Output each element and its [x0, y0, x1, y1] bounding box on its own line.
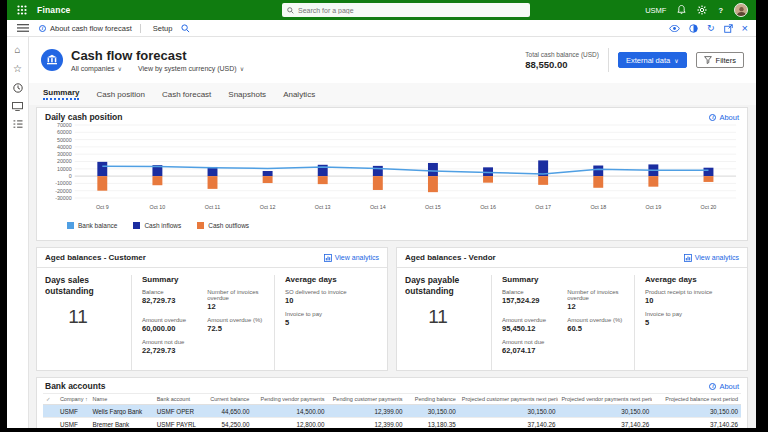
- table-cell: 12,399.00: [327, 408, 405, 415]
- tab-cash-position[interactable]: Cash position: [96, 90, 144, 99]
- metric: Amount overdue (%)60.5: [567, 317, 624, 333]
- table-cell: 30,150.00: [652, 408, 741, 415]
- metric-value: 10: [285, 296, 379, 305]
- sidebar-workspaces-icon[interactable]: [12, 102, 23, 111]
- tab-analytics[interactable]: Analytics: [283, 90, 315, 99]
- svg-text:60000: 60000: [57, 129, 72, 135]
- metric-label: Amount not due: [502, 339, 567, 345]
- metric-label: Amount overdue (%): [567, 317, 624, 323]
- close-icon[interactable]: ×: [742, 24, 748, 33]
- company-scope-dropdown[interactable]: All companies∨: [71, 65, 122, 72]
- column-header-name[interactable]: Name: [90, 396, 154, 402]
- tab-summary[interactable]: Summary: [43, 88, 79, 100]
- about-cash-flow-forecast-link[interactable]: About cash flow forecast: [50, 24, 132, 33]
- table-cell: USMF: [57, 421, 90, 428]
- bank-icon: [41, 49, 63, 71]
- global-search-box[interactable]: [282, 3, 530, 17]
- external-data-button[interactable]: External data∨: [618, 52, 687, 68]
- metric-label: Balance: [142, 289, 207, 295]
- column-header-projected-balance-next-period[interactable]: Projected balance next period: [652, 396, 741, 402]
- metric-value: 22,729.73: [142, 346, 207, 355]
- svg-text:Oct 15: Oct 15: [425, 204, 441, 210]
- column-header-projected-vendor-payments-next-period[interactable]: Projected vendor payments next period: [558, 396, 652, 402]
- filters-button[interactable]: Filters: [696, 52, 744, 68]
- table-cell: 12,800.00: [252, 421, 327, 428]
- svg-text:Oct 11: Oct 11: [205, 204, 220, 210]
- tab-snapshots[interactable]: Snapshots: [228, 90, 266, 99]
- total-cash-balance-value: 88,550.00: [525, 59, 599, 70]
- bank-accounts-about-link[interactable]: iAbout: [709, 382, 739, 391]
- company-badge[interactable]: USMF: [645, 6, 666, 15]
- metric-value: 10: [645, 296, 739, 305]
- kpi-column: Days sales outstanding11: [45, 275, 131, 370]
- metric-value: 62,074.17: [502, 346, 567, 355]
- svg-text:Oct 18: Oct 18: [590, 204, 606, 210]
- legend-item-cash-inflows[interactable]: Cash inflows: [133, 222, 181, 229]
- page-title: Cash flow forecast: [71, 49, 244, 63]
- metric: Number of invoices overdue12: [207, 289, 264, 311]
- svg-text:Oct 16: Oct 16: [480, 204, 496, 210]
- search-icon: [287, 7, 294, 14]
- select-all-checkbox[interactable]: ✓: [43, 396, 57, 402]
- legend-item-bank-balance[interactable]: Bank balance: [67, 222, 117, 229]
- metric-value: 5: [645, 318, 739, 327]
- help-icon[interactable]: ?: [718, 6, 723, 15]
- refresh-icon[interactable]: ↻: [707, 24, 715, 33]
- metric: Amount not due62,074.17: [502, 339, 567, 355]
- svg-text:50000: 50000: [57, 137, 72, 143]
- view-analytics-link[interactable]: View analytics: [324, 254, 379, 262]
- metric-label: Number of invoices overdue: [207, 289, 264, 301]
- sidebar-favorites-star-icon[interactable]: ☆: [13, 64, 22, 74]
- column-header-pending-balance[interactable]: Pending balance: [405, 396, 458, 402]
- svg-text:Oct 20: Oct 20: [701, 204, 717, 210]
- table-row[interactable]: USMFBremer BankUSMF PAYRL54,250.0012,800…: [43, 418, 741, 428]
- hamburger-menu-icon[interactable]: [17, 24, 29, 32]
- setup-link[interactable]: Setup: [153, 24, 173, 33]
- table-cell: 30,150.00: [558, 408, 652, 415]
- metric-value: 95,450.12: [502, 324, 567, 333]
- top-navigation-bar: Finance USMF ?: [7, 0, 756, 20]
- view-analytics-link[interactable]: View analytics: [684, 254, 739, 262]
- table-cell: 30,150.00: [405, 408, 458, 415]
- sidebar-home-icon[interactable]: ⌂: [14, 45, 20, 55]
- svg-text:Oct 19: Oct 19: [646, 204, 662, 210]
- column-header-company[interactable]: Company ↑: [57, 396, 90, 402]
- svg-text:-30000: -30000: [55, 195, 72, 201]
- aged-balances-card-vendor: Aged balances - VendorView analyticsDays…: [396, 247, 748, 371]
- user-avatar[interactable]: [734, 3, 748, 17]
- left-navigation-rail: ⌂ ☆: [7, 37, 29, 428]
- card-body: Days sales outstanding11SummaryBalance82…: [37, 268, 387, 370]
- column-header-current-balance[interactable]: Current balance: [203, 396, 252, 402]
- page-header: Cash flow forecast All companies∨ View b…: [29, 37, 756, 83]
- kpi-value: 11: [45, 306, 125, 328]
- legend-item-cash-outflows[interactable]: Cash outflows: [197, 222, 249, 229]
- sidebar-recent-clock-icon[interactable]: [13, 83, 23, 93]
- notifications-bell-icon[interactable]: [677, 5, 686, 15]
- aged-balances-cards: Aged balances - CustomerView analyticsDa…: [36, 247, 748, 371]
- contrast-icon[interactable]: [689, 24, 698, 33]
- summary-title: Summary: [502, 275, 624, 284]
- kpi-value: 11: [405, 306, 485, 328]
- tab-cash-forecast[interactable]: Cash forecast: [162, 90, 211, 99]
- app-launcher-icon[interactable]: [17, 5, 27, 15]
- open-in-new-window-icon[interactable]: [724, 24, 733, 33]
- svg-text:70000: 70000: [57, 122, 72, 128]
- page-search-icon[interactable]: [181, 24, 190, 33]
- summary-title: Summary: [142, 275, 264, 284]
- column-header-bank-account[interactable]: Bank account: [154, 396, 203, 402]
- settings-gear-icon[interactable]: [697, 5, 707, 15]
- view-by-currency-dropdown[interactable]: View by system currency (USD)∨: [138, 65, 244, 72]
- app-window: Finance USMF ? i About cash flow forecas…: [7, 0, 756, 428]
- svg-text:20000: 20000: [57, 158, 72, 164]
- column-header-pending-vendor-payments[interactable]: Pending vendor payments: [252, 396, 327, 402]
- table-row[interactable]: USMFWells Fargo BankUSMF OPER44,650.0014…: [43, 405, 741, 418]
- sidebar-modules-icon[interactable]: [13, 120, 23, 129]
- chart-about-link[interactable]: iAbout: [709, 113, 739, 122]
- search-input[interactable]: [298, 7, 525, 14]
- column-header-pending-customer-payments[interactable]: Pending customer payments: [327, 396, 405, 402]
- svg-text:40000: 40000: [57, 144, 72, 150]
- info-icon: i: [39, 25, 46, 32]
- column-header-projected-customer-payments-next-period[interactable]: Projected customer payments next period: [459, 396, 559, 402]
- eye-icon[interactable]: [669, 25, 680, 32]
- table-cell: USMF: [57, 408, 90, 415]
